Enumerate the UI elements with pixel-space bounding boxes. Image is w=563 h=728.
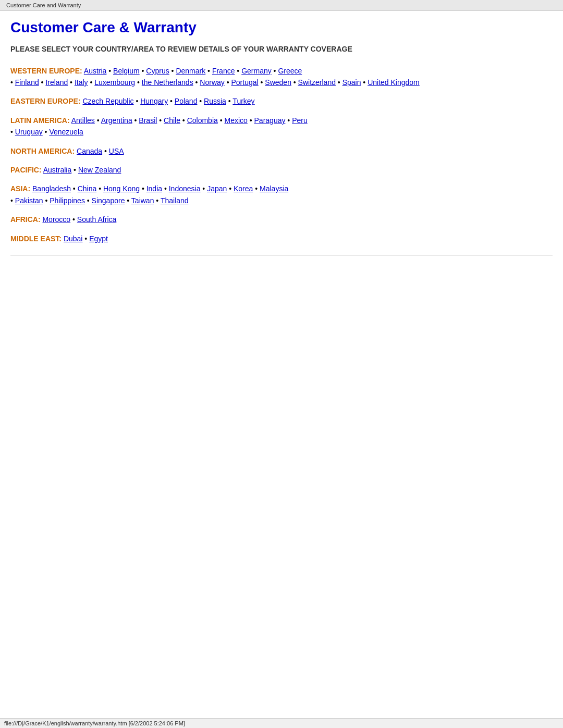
country-link-portugal[interactable]: Portugal: [231, 78, 258, 87]
country-link-japan[interactable]: Japan: [207, 184, 227, 193]
separator: •: [169, 67, 176, 75]
country-link-south-africa[interactable]: South Africa: [77, 215, 117, 224]
region-block-middle-east: MIDDLE EAST: Dubai • Egypt: [10, 233, 553, 244]
country-link-uruguay[interactable]: Uruguay: [15, 128, 43, 136]
separator: •: [88, 78, 95, 87]
separator: •: [132, 116, 139, 125]
country-link-china[interactable]: China: [78, 184, 97, 193]
country-link-colombia[interactable]: Colombia: [187, 116, 218, 125]
separator: •: [291, 78, 298, 87]
separator: •: [134, 97, 141, 105]
region-label-western-europe: WESTERN EUROPE:: [10, 67, 82, 75]
country-link-peru[interactable]: Peru: [292, 116, 308, 125]
country-link-germany[interactable]: Germany: [241, 67, 272, 75]
country-link-australia[interactable]: Australia: [43, 166, 71, 174]
country-link-new-zealand[interactable]: New Zealand: [78, 166, 121, 174]
country-link-sweden[interactable]: Sweden: [265, 78, 291, 87]
region-block-latin-america: LATIN AMERICA: Antilles • Argentina • Br…: [10, 115, 553, 138]
region-block-asia: ASIA: Bangladesh • China • Hong Kong • I…: [10, 183, 553, 206]
country-link-thailand[interactable]: Thailand: [161, 196, 189, 205]
page-title: Customer Care & Warranty: [10, 19, 553, 36]
country-link-russia[interactable]: Russia: [204, 97, 226, 105]
separator: •: [218, 116, 225, 125]
separator: •: [71, 166, 78, 174]
country-link-morocco[interactable]: Morocco: [42, 215, 70, 224]
region-label-latin-america: LATIN AMERICA:: [10, 116, 70, 125]
separator: •: [285, 116, 292, 125]
separator: •: [162, 184, 169, 193]
separator: •: [180, 116, 187, 125]
divider: [10, 255, 553, 255]
country-link-hong-kong[interactable]: Hong Kong: [103, 184, 140, 193]
separator: •: [259, 78, 265, 87]
country-link-egypt[interactable]: Egypt: [89, 235, 108, 243]
separator: •: [135, 78, 142, 87]
separator: •: [68, 78, 75, 87]
region-block-north-america: NORTH AMERICA: Canada • USA: [10, 145, 553, 157]
country-link-italy[interactable]: Italy: [75, 78, 88, 87]
country-link-ireland[interactable]: Ireland: [45, 78, 68, 87]
separator: •: [157, 116, 164, 125]
regions-container: WESTERN EUROPE: Austria • Belgium • Cypr…: [10, 65, 553, 244]
separator: •: [140, 184, 146, 193]
country-link-the-netherlands[interactable]: the Netherlands: [142, 78, 193, 87]
separator: •: [140, 67, 146, 75]
country-link-norway[interactable]: Norway: [200, 78, 224, 87]
country-link-mexico[interactable]: Mexico: [224, 116, 247, 125]
country-link-turkey[interactable]: Turkey: [232, 97, 254, 105]
country-link-hungary[interactable]: Hungary: [140, 97, 168, 105]
country-link-usa[interactable]: USA: [109, 147, 124, 155]
separator: •: [227, 184, 234, 193]
country-link-brasil[interactable]: Brasil: [139, 116, 157, 125]
country-link-singapore[interactable]: Singapore: [92, 196, 125, 205]
country-link-pakistan[interactable]: Pakistan: [15, 196, 43, 205]
country-link-paraguay[interactable]: Paraguay: [254, 116, 286, 125]
separator: •: [71, 184, 78, 193]
country-link-poland[interactable]: Poland: [175, 97, 198, 105]
country-link-cyprus[interactable]: Cyprus: [146, 67, 169, 75]
country-link-france[interactable]: France: [212, 67, 235, 75]
region-label-pacific: PACIFIC:: [10, 166, 42, 174]
country-link-dubai[interactable]: Dubai: [64, 235, 83, 243]
separator: •: [10, 78, 15, 87]
country-link-antilles[interactable]: Antilles: [71, 116, 95, 125]
country-link-canada[interactable]: Canada: [77, 147, 102, 155]
country-link-indonesia[interactable]: Indonesia: [169, 184, 201, 193]
separator: •: [154, 196, 160, 205]
country-link-switzerland[interactable]: Switzerland: [298, 78, 336, 87]
country-link-chile[interactable]: Chile: [164, 116, 180, 125]
separator: •: [336, 78, 342, 87]
country-link-malaysia[interactable]: Malaysia: [260, 184, 288, 193]
country-link-united-kingdom[interactable]: United Kingdom: [368, 78, 420, 87]
separator: •: [96, 184, 103, 193]
region-block-eastern-europe: EASTERN EUROPE: Czech Republic • Hungary…: [10, 95, 553, 107]
country-link-finland[interactable]: Finland: [15, 78, 39, 87]
separator: •: [43, 128, 50, 136]
separator: •: [361, 78, 368, 87]
country-link-philippines[interactable]: Philippines: [50, 196, 85, 205]
region-block-western-europe: WESTERN EUROPE: Austria • Belgium • Cypr…: [10, 65, 553, 89]
separator: •: [248, 116, 254, 125]
country-link-spain[interactable]: Spain: [342, 78, 361, 87]
country-link-czech-republic[interactable]: Czech Republic: [82, 97, 133, 105]
separator: •: [235, 67, 241, 75]
country-link-luxembourg[interactable]: Luxembourg: [94, 78, 135, 87]
separator: •: [272, 67, 278, 75]
country-link-bangladesh[interactable]: Bangladesh: [32, 184, 71, 193]
country-link-korea[interactable]: Korea: [234, 184, 253, 193]
separator: •: [82, 235, 89, 243]
country-link-denmark[interactable]: Denmark: [176, 67, 205, 75]
country-link-india[interactable]: India: [146, 184, 162, 193]
separator: •: [106, 67, 113, 75]
separator: •: [102, 147, 109, 155]
tab-label: Customer Care and Warranty: [6, 2, 81, 8]
region-label-africa: AFRICA:: [10, 215, 41, 224]
country-link-taiwan[interactable]: Taiwan: [131, 196, 154, 205]
country-link-venezuela[interactable]: Venezuela: [49, 128, 83, 136]
main-content: Customer Care & Warranty PLEASE SELECT Y…: [0, 11, 563, 276]
country-link-greece[interactable]: Greece: [278, 67, 302, 75]
separator: •: [200, 184, 207, 193]
country-link-belgium[interactable]: Belgium: [113, 67, 140, 75]
country-link-austria[interactable]: Austria: [84, 67, 107, 75]
country-link-argentina[interactable]: Argentina: [101, 116, 132, 125]
